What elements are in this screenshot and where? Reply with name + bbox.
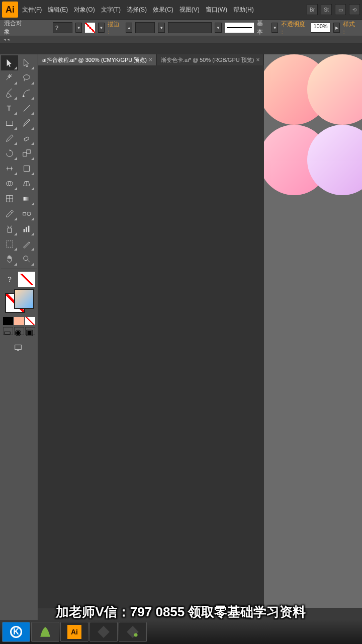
- color-mode-swatches[interactable]: [3, 317, 35, 325]
- free-transform-tool[interactable]: [18, 161, 35, 176]
- pencil-tool[interactable]: [1, 131, 18, 146]
- eraser-tool[interactable]: [18, 131, 35, 146]
- hand-tool[interactable]: [1, 252, 18, 267]
- screen-mode-tool[interactable]: [10, 340, 27, 355]
- menu-对象(O)[interactable]: 对象(O): [71, 4, 98, 16]
- tool-panel: T ? ▭ ◉: [0, 54, 38, 620]
- control-bar: 混合对象 ? ▼ ▼ 描边 : ▲ ▼ ▼ 基本 ▼ 不透明度 : 100% ▶…: [0, 19, 362, 36]
- pen-tool[interactable]: [1, 86, 18, 101]
- symbol-sprayer-tool[interactable]: [1, 221, 18, 236]
- menu-视图(V)[interactable]: 视图(V): [176, 4, 203, 16]
- stroke-swatch[interactable]: [85, 23, 95, 33]
- svg-rect-12: [23, 212, 26, 215]
- brush-arrow[interactable]: ▼: [215, 23, 222, 33]
- artboard-tool[interactable]: [1, 236, 18, 252]
- fill-stroke-color[interactable]: [3, 289, 35, 314]
- stroke-arrow[interactable]: ▼: [98, 23, 105, 33]
- profile-label: 基本: [257, 19, 268, 36]
- context-label: 混合对象: [4, 19, 27, 36]
- column-graph-tool[interactable]: [18, 221, 35, 236]
- sync-icon[interactable]: ⟲: [349, 4, 360, 15]
- rectangle-tool[interactable]: [1, 116, 18, 131]
- line-tool[interactable]: [18, 101, 35, 116]
- svg-rect-16: [26, 227, 27, 232]
- taskbar-app-2[interactable]: [31, 622, 59, 642]
- tab-strip: ai抖音教程.ai* @ 300% (CMYK/GPU 预览)×渐变色卡.ai*…: [38, 54, 264, 65]
- workspace: T ? ▭ ◉: [0, 54, 362, 620]
- screen-mode-swatches[interactable]: ▭ ◉ ▣: [3, 327, 35, 335]
- menu-选择(S)[interactable]: 选择(S): [124, 4, 150, 16]
- gradient-tool[interactable]: [18, 191, 35, 206]
- svg-rect-5: [23, 152, 27, 156]
- menu-编辑(E)[interactable]: 编辑(E): [45, 4, 71, 16]
- stroke-weight[interactable]: [135, 22, 155, 33]
- slice-tool[interactable]: [18, 236, 35, 252]
- fill-arrow[interactable]: ▼: [75, 23, 82, 33]
- paintbrush-tool[interactable]: [18, 116, 35, 131]
- canvas[interactable]: [264, 54, 362, 620]
- profile-arrow[interactable]: ▼: [272, 23, 279, 33]
- zoom-tool[interactable]: [18, 252, 35, 267]
- svg-rect-4: [24, 137, 29, 141]
- fill-stroke-toggle[interactable]: ?: [1, 272, 18, 287]
- titlebar-right: Br St ▭ ⟲: [307, 4, 360, 15]
- perspective-tool[interactable]: [18, 176, 35, 191]
- taskbar-app-1[interactable]: K: [2, 622, 30, 642]
- taskbar: K Ai: [0, 620, 362, 644]
- svg-rect-11: [24, 197, 30, 200]
- rotate-tool[interactable]: [1, 146, 18, 161]
- selection-tool[interactable]: [1, 55, 18, 70]
- brush-dropdown[interactable]: [168, 22, 212, 33]
- svg-rect-14: [8, 228, 11, 232]
- svg-rect-7: [24, 166, 30, 172]
- stock-icon[interactable]: St: [321, 4, 332, 15]
- svg-rect-18: [7, 241, 13, 248]
- video-caption: 加老师V信：797 0855 领取零基础学习资料: [0, 603, 362, 621]
- titlebar: Ai 文件(F)编辑(E)对象(O)文字(T)选择(S)效果(C)视图(V)窗口…: [0, 0, 362, 19]
- taskbar-app-5[interactable]: [119, 622, 147, 642]
- stroke-weight-dd[interactable]: ▼: [158, 23, 165, 33]
- menu-帮助(H)[interactable]: 帮助(H): [230, 4, 257, 16]
- menu-效果(C)[interactable]: 效果(C): [150, 4, 176, 16]
- svg-text:T: T: [7, 104, 12, 112]
- svg-rect-3: [7, 121, 13, 126]
- width-tool[interactable]: [1, 161, 18, 176]
- tab-close-icon[interactable]: ×: [149, 56, 152, 63]
- arrange-icon[interactable]: ▭: [335, 4, 346, 15]
- svg-rect-20: [15, 345, 22, 350]
- mesh-tool[interactable]: [1, 191, 18, 206]
- style-label: 样式 :: [343, 20, 358, 36]
- direct-selection-tool[interactable]: [18, 55, 35, 70]
- svg-rect-15: [24, 229, 25, 232]
- curvature-tool[interactable]: [18, 86, 35, 101]
- lasso-tool[interactable]: [18, 70, 35, 86]
- type-tool[interactable]: T: [1, 101, 18, 116]
- svg-point-23: [134, 633, 137, 636]
- fill-dropdown[interactable]: ?: [53, 22, 72, 33]
- app-logo: Ai: [2, 2, 18, 18]
- menu-文件(F)[interactable]: 文件(F): [19, 4, 45, 16]
- blend-tool[interactable]: [18, 206, 35, 221]
- menu-文字(T)[interactable]: 文字(T): [98, 4, 124, 16]
- profile-preview[interactable]: [225, 23, 254, 33]
- bridge-icon[interactable]: Br: [307, 4, 318, 15]
- opacity-arrow[interactable]: ▶: [333, 23, 340, 33]
- collapse-bar[interactable]: [0, 36, 362, 43]
- menu-窗口(W)[interactable]: 窗口(W): [203, 4, 230, 16]
- svg-point-19: [24, 256, 28, 261]
- document-tab[interactable]: ai抖音教程.ai* @ 300% (CMYK/GPU 预览)×: [38, 54, 157, 65]
- eyedropper-tool[interactable]: [1, 206, 18, 221]
- stroke-weight-up[interactable]: ▲: [126, 23, 133, 33]
- magic-wand-tool[interactable]: [1, 70, 18, 86]
- document-tab[interactable]: 渐变色卡.ai* @ 50% (RGB/GPU 预览)×: [157, 54, 264, 65]
- opacity-input[interactable]: 100%: [311, 23, 330, 33]
- tab-close-icon[interactable]: ×: [256, 56, 259, 63]
- scale-tool[interactable]: [18, 146, 35, 161]
- taskbar-app-4[interactable]: [89, 622, 118, 642]
- shape-builder-tool[interactable]: [1, 176, 18, 191]
- svg-rect-6: [27, 150, 30, 153]
- taskbar-illustrator[interactable]: Ai: [60, 622, 88, 642]
- none-swatch[interactable]: [18, 272, 35, 287]
- svg-point-13: [27, 212, 31, 215]
- svg-rect-17: [28, 226, 30, 232]
